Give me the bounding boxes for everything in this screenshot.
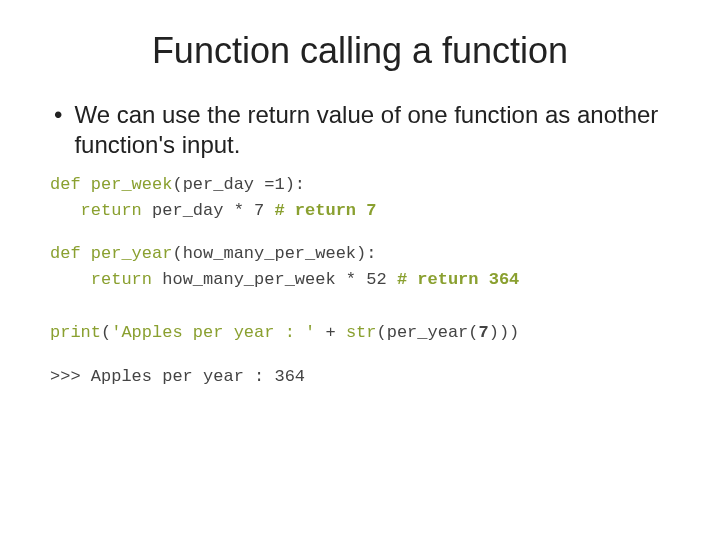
code-line-1: def per_week(per_day =1): (50, 172, 670, 198)
code-line-3: def per_year(how_many_per_week): (50, 241, 670, 267)
indent (50, 270, 91, 289)
code-line-4: return how_many_per_week * 52 # return 3… (50, 267, 670, 293)
code-text: per_day * 7 (142, 201, 275, 220)
code-block: def per_week(per_day =1): return per_day… (50, 172, 670, 389)
keyword-return: return (91, 270, 152, 289)
code-text: (per_year( (376, 323, 478, 342)
slide-title: Function calling a function (50, 30, 670, 72)
keyword-return: return (81, 201, 142, 220)
bullet-item: • We can use the return value of one fun… (50, 100, 670, 160)
func-str: str (346, 323, 377, 342)
code-line-6: >>> Apples per year : 364 (50, 364, 670, 390)
keyword-def: def (50, 175, 81, 194)
code-line-5: print('Apples per year : ' + str(per_yea… (50, 320, 670, 346)
paren: ( (101, 323, 111, 342)
operator: + (315, 323, 346, 342)
code-line-2: return per_day * 7 # return 7 (50, 198, 670, 224)
code-text: (how_many_per_week): (172, 244, 376, 263)
indent (50, 201, 81, 220)
comment: # return 364 (397, 270, 519, 289)
func-name: per_week (81, 175, 173, 194)
bullet-dot: • (54, 100, 62, 130)
arg-seven: 7 (479, 323, 489, 342)
code-text: (per_day =1): (172, 175, 305, 194)
comment: # return 7 (274, 201, 376, 220)
code-text: how_many_per_week * 52 (152, 270, 397, 289)
func-name: per_year (81, 244, 173, 263)
bullet-text: We can use the return value of one funct… (74, 100, 670, 160)
keyword-def: def (50, 244, 81, 263)
paren-close: ))) (489, 323, 520, 342)
string-literal: 'Apples per year : ' (111, 323, 315, 342)
func-print: print (50, 323, 101, 342)
